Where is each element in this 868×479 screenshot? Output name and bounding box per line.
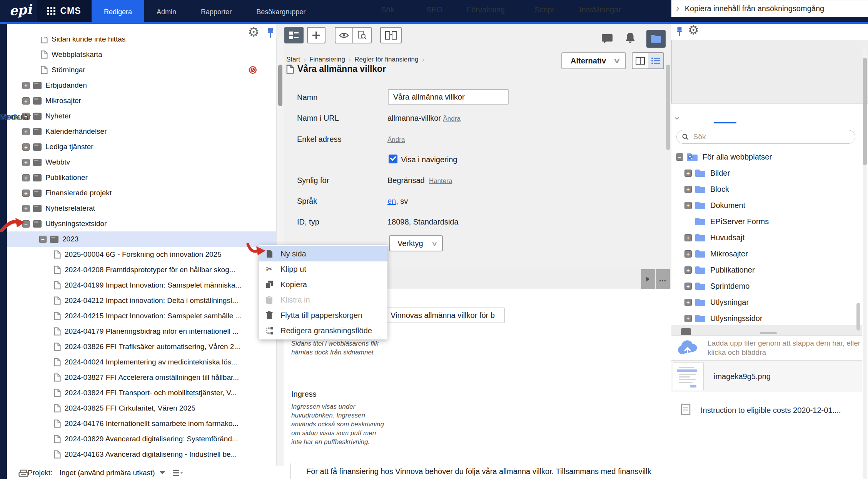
tree-row[interactable]: 2024-04024 Implementering av medicintekn…: [7, 354, 276, 370]
breadcrumb-segment[interactable]: Start: [286, 56, 300, 63]
tree-expander[interactable]: [684, 186, 692, 193]
tree-row[interactable]: Webbtv: [7, 155, 276, 170]
chevron-down-icon[interactable]: ›: [671, 116, 683, 120]
tree-scrollbar-thumb[interactable]: [278, 65, 282, 106]
media-file-row[interactable]: imageka9g5.png: [671, 361, 862, 392]
compare-versions-button[interactable]: [380, 27, 402, 43]
breadcrumb-segment[interactable]: Regler för finansiering: [354, 56, 418, 63]
simple-address-change-link[interactable]: Ändra: [387, 136, 405, 143]
add-content-button[interactable]: [307, 27, 326, 43]
epi-logo[interactable]: epi: [9, 2, 32, 18]
tree-row[interactable]: 2024-03824 FFI Transport- och mobilitets…: [7, 385, 276, 401]
context-menu-item[interactable]: ✂ Klistra in: [259, 292, 387, 308]
tree-row[interactable]: 2024-04215 Impact Innovation: Samspelet …: [7, 308, 276, 324]
tree-expander[interactable]: [22, 190, 30, 197]
notifications-bell-icon[interactable]: [625, 32, 636, 46]
tree-row[interactable]: Störningar: [7, 62, 276, 78]
tree-expander[interactable]: [684, 202, 692, 209]
tree-row[interactable]: Webbplatskarta: [7, 47, 276, 62]
tools-button[interactable]: Verktyg∨: [389, 235, 443, 251]
context-menu-item[interactable]: ✂ Redigera granskningsflöde: [259, 323, 387, 338]
tree-row[interactable]: 2024-04163 Avancerad digitalisering - In…: [7, 447, 276, 462]
tree-row[interactable]: 2024-04176 Internationellt samarbete ino…: [7, 416, 276, 431]
tree-row[interactable]: Finansierade projekt: [7, 185, 276, 201]
tree-row[interactable]: 2025-00004 6G - Forskning och innovation…: [7, 247, 276, 262]
manage-visibility-link[interactable]: Hantera: [429, 177, 452, 185]
tree-row[interactable]: Kalenderhändelser: [7, 124, 276, 139]
tree-expander[interactable]: [22, 205, 30, 212]
tree-row[interactable]: 2024-04208 Framtidsprototyper för en hål…: [7, 262, 276, 278]
context-menu-item[interactable]: ✂ Kopiera: [259, 277, 387, 292]
content-tab[interactable]: Förvaltning: [467, 5, 505, 14]
context-menu-item[interactable]: ✂ Klipp ut: [259, 261, 387, 277]
project-selector[interactable]: Inget (använd primära utkast): [59, 469, 155, 477]
media-file-row[interactable]: Instruction to eligible costs 2020-12-01…: [671, 399, 862, 421]
tree-row[interactable]: Lediga tjänster: [7, 139, 276, 155]
tree-row[interactable]: Nyheter: [7, 108, 276, 124]
panel-gear-icon[interactable]: ⚙: [688, 24, 699, 36]
tree-row[interactable]: Mikrosajter: [7, 93, 276, 108]
tree-row[interactable]: 2024-03826 FFI Trafiksäker automatiserin…: [7, 339, 276, 354]
tree-expander[interactable]: [684, 315, 692, 322]
tree-row[interactable]: Sidan kunde inte hittas: [7, 37, 276, 47]
media-folder-row[interactable]: Utlysningar: [671, 294, 862, 310]
tree-row[interactable]: 2023: [7, 231, 276, 247]
top-nav-tab[interactable]: Redigera: [92, 0, 144, 24]
top-nav-tab[interactable]: Rapporter: [189, 0, 244, 24]
toggle-navigation-button[interactable]: [284, 27, 304, 43]
show-in-navigation-checkbox[interactable]: [389, 155, 397, 163]
media-root-folder[interactable]: För alla webbplatser: [671, 149, 862, 165]
tree-row[interactable]: 2024-04199 Impact Innovation: Samspelet …: [7, 278, 276, 293]
media-folder-row[interactable]: Block: [671, 181, 862, 197]
tree-expander[interactable]: [22, 220, 30, 228]
split-view-button[interactable]: [633, 53, 648, 68]
list-view-button[interactable]: [648, 53, 663, 68]
media-folder-row[interactable]: Dokument: [671, 197, 862, 213]
panel-accordion-section[interactable]: › Kopiera innehåll från ansökningsomgång: [671, 0, 868, 17]
tree-row[interactable]: 2024-03825 FFI Cirkularitet, Våren 2025: [7, 401, 276, 416]
media-folder-row[interactable]: Publikationer: [671, 262, 862, 278]
tree-expander[interactable]: [684, 283, 692, 290]
content-scrollbar-thumb[interactable]: [666, 65, 670, 150]
tab-scroll-right-button[interactable]: [641, 269, 655, 289]
comments-icon[interactable]: [601, 34, 613, 46]
url-change-link[interactable]: Ändra: [443, 115, 461, 122]
tree-expander[interactable]: [684, 170, 692, 177]
media-folder-row[interactable]: EPiServer Forms: [671, 213, 862, 230]
list-options-icon[interactable]: [173, 469, 183, 476]
ingress-textarea[interactable]: För att få finansiering hos Vinnova behö…: [290, 463, 729, 479]
tree-row[interactable]: 2024-04212 Impact innovation: Delta i om…: [7, 293, 276, 308]
preview-options-button[interactable]: [353, 27, 372, 43]
content-tab[interactable]: Sök: [381, 5, 394, 14]
assets-pane-toggle-button[interactable]: [646, 30, 666, 48]
tree-expander[interactable]: [684, 299, 692, 306]
content-tab[interactable]: Inställningar: [579, 5, 621, 14]
language-en-link[interactable]: en: [387, 197, 396, 205]
media-folder-row[interactable]: Sprintdemo: [671, 278, 862, 294]
project-caret-icon[interactable]: [160, 471, 165, 474]
panel-pin-icon[interactable]: [676, 26, 683, 38]
tree-expander[interactable]: [684, 250, 692, 258]
tree-row[interactable]: Utlysningstextsidor: [7, 216, 276, 231]
tree-expander[interactable]: [676, 153, 683, 161]
media-folder-row[interactable]: Mikrosajter: [671, 246, 862, 262]
pane-resize-handle[interactable]: [760, 332, 777, 334]
tree-expander[interactable]: [684, 266, 692, 274]
top-nav-tab[interactable]: Admin: [144, 0, 189, 24]
context-menu-item[interactable]: ✂ Ny sida: [259, 246, 387, 261]
app-launcher-icon[interactable]: [47, 7, 55, 15]
breadcrumb-segment[interactable]: Finansiering: [309, 56, 345, 63]
tree-expander[interactable]: [39, 236, 47, 243]
preview-button[interactable]: [335, 27, 353, 43]
tree-expander[interactable]: [22, 143, 30, 151]
asset-search-input[interactable]: [693, 132, 850, 141]
tree-expander[interactable]: [22, 174, 30, 181]
media-folder-row[interactable]: Bilder: [671, 165, 862, 181]
options-button[interactable]: Alternativ∨: [561, 52, 626, 69]
upload-dropzone[interactable]: Ladda upp filer genom att släppa dem här…: [671, 335, 862, 361]
tree-expander[interactable]: [22, 97, 30, 105]
name-input[interactable]: [388, 89, 509, 105]
panel-scrollbar-thumb[interactable]: [863, 58, 867, 165]
tree-row[interactable]: Publikationer: [7, 170, 276, 185]
tree-settings-gear-icon[interactable]: ⚙: [248, 25, 259, 38]
